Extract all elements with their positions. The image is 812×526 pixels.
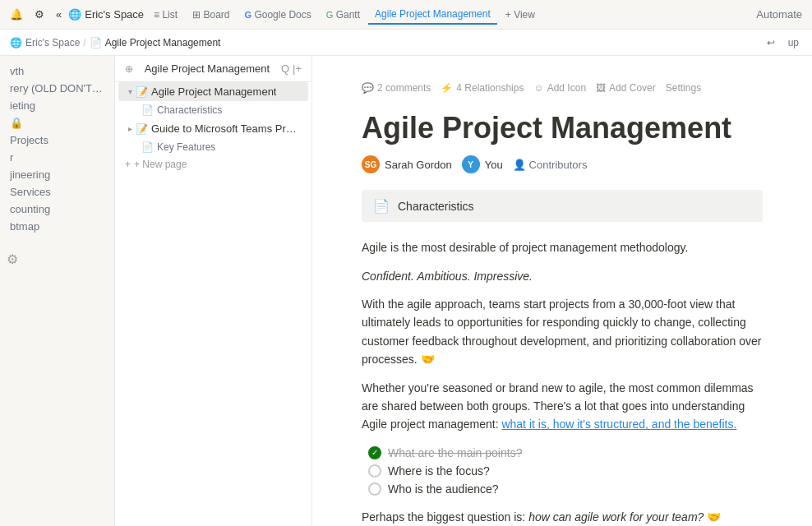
- add-cover-button[interactable]: 🖼 Add Cover: [596, 82, 656, 94]
- sidebar-item-lock[interactable]: 🔒: [3, 114, 111, 132]
- relationships-button[interactable]: ⚡ 4 Relationships: [441, 82, 524, 94]
- tab-board[interactable]: ⊞ Board: [186, 6, 236, 24]
- author-sarah-name: Sarah Gordon: [385, 159, 452, 171]
- comments-icon: 💬: [362, 82, 374, 94]
- sidebar-section-main: vth rery (OLD DON'T US... ieting 🔒 Proje…: [0, 62, 114, 267]
- doc-tree-item-guide[interactable]: ▸ 📝 Guide to Microsoft Teams Project...: [118, 119, 308, 138]
- check-label-1: What are the main points?: [388, 446, 522, 459]
- doc-sidebar-search-icon[interactable]: Q: [281, 62, 289, 75]
- doc-sidebar-title: Agile Project Management: [145, 62, 270, 75]
- space-name[interactable]: 🌐 Eric's Space: [68, 8, 144, 21]
- sidebar-item-projects[interactable]: Projects ··· +: [3, 132, 111, 149]
- callout-icon: 📄: [373, 198, 390, 214]
- check-item-2: Where is the focus?: [368, 462, 763, 480]
- lock-icon: 🔒: [10, 117, 23, 129]
- doc-toolbar: 💬 2 comments ⚡ 4 Relationships ☺ Add Ico…: [362, 82, 763, 94]
- paragraph-4: Whether you're seasoned or brand new to …: [362, 379, 763, 434]
- add-cover-icon: 🖼: [596, 82, 606, 94]
- automate-button[interactable]: Automate: [753, 7, 805, 22]
- last-para-emoji: 🤝: [704, 510, 721, 524]
- relationships-icon: ⚡: [441, 82, 453, 94]
- doc-tree-label-guide: Guide to Microsoft Teams Project...: [151, 122, 298, 135]
- author-sarah[interactable]: SG Sarah Gordon: [362, 155, 452, 173]
- check-item-1: ✓ What are the main points?: [368, 444, 763, 462]
- callout-label: Characteristics: [398, 200, 474, 213]
- doc-tree-label-agile-pm: Agile Project Management: [151, 85, 276, 98]
- doc-tree-item-key-features[interactable]: 📄 Key Features: [118, 138, 308, 156]
- new-page-button[interactable]: + + New page: [118, 156, 308, 173]
- doc-sidebar: ⊕ Agile Project Management Q |+ ▾ 📝 Agil…: [115, 56, 312, 526]
- sidebar-item-services[interactable]: Services: [3, 183, 111, 201]
- sidebar-item-vth[interactable]: vth: [3, 62, 111, 80]
- new-page-label: + New page: [134, 159, 187, 170]
- sidebar-item-rery[interactable]: rery (OLD DON'T US...: [3, 80, 111, 97]
- collapse-sidebar-icon[interactable]: «: [53, 7, 65, 22]
- chevron-down-icon: ▾: [128, 87, 132, 96]
- doc-sub-page-icon: 📄: [141, 104, 154, 116]
- last-para-italic: how can agile work for your team?: [528, 510, 704, 524]
- author-you[interactable]: Y You: [462, 155, 503, 173]
- breadcrumb: 🌐 Eric's Space / 📄 Agile Project Managem…: [0, 30, 812, 56]
- doc-sidebar-globe-icon: ⊕: [125, 63, 133, 75]
- paragraph-3: With the agile approach, teams start pro…: [362, 295, 763, 369]
- add-cover-label: Add Cover: [609, 82, 656, 94]
- sidebar-item-jineering[interactable]: jineering: [3, 166, 111, 183]
- checkbox-3[interactable]: [368, 482, 381, 496]
- doc-tree-item-characteristics[interactable]: 📄 Characteristics: [118, 101, 308, 119]
- nav-tabs: ≡ List ⊞ Board G Google Docs G Gantt Agi…: [147, 5, 750, 25]
- tab-add-view[interactable]: + View: [499, 6, 542, 24]
- update-button[interactable]: up: [785, 35, 802, 50]
- projects-more-icon[interactable]: ···: [88, 134, 97, 146]
- contributors-icon: 👤: [513, 159, 526, 171]
- doc-page2-icon: 📝: [136, 123, 148, 135]
- doc-tree-label-key-features: Key Features: [157, 141, 215, 153]
- comments-label: 2 comments: [377, 82, 431, 94]
- add-icon-icon: ☺: [533, 82, 543, 94]
- last-paragraph: Perhaps the biggest question is: how can…: [362, 508, 763, 526]
- content-area: 💬 2 comments ⚡ 4 Relationships ☺ Add Ico…: [312, 56, 812, 526]
- checkbox-2[interactable]: [368, 464, 381, 478]
- nav-right: Automate: [753, 7, 805, 22]
- doc-sidebar-header: ⊕ Agile Project Management Q |+: [115, 56, 311, 82]
- paragraph-2: Confident. Ambitious. Impressive.: [362, 267, 763, 285]
- doc-sub-page2-icon: 📄: [141, 141, 154, 153]
- projects-add-icon[interactable]: +: [98, 134, 104, 146]
- add-icon-button[interactable]: ☺ Add Icon: [533, 82, 586, 94]
- add-icon-label: Add Icon: [547, 82, 586, 94]
- settings-icon[interactable]: ⚙: [31, 7, 48, 22]
- settings-button[interactable]: Settings: [666, 82, 701, 94]
- space-icon: 🌐: [68, 8, 81, 21]
- notifications-icon[interactable]: 🔔: [7, 7, 26, 22]
- sidebar-item-btmap[interactable]: btmap: [3, 218, 111, 235]
- breadcrumb-space-link[interactable]: Eric's Space: [25, 37, 80, 48]
- tab-list[interactable]: ≡ List: [147, 6, 184, 24]
- doc-tree-item-agile-pm[interactable]: ▾ 📝 Agile Project Management: [118, 82, 308, 101]
- doc-sidebar-new-icon[interactable]: |+: [293, 62, 302, 75]
- contributors-section[interactable]: 👤 Contributors: [513, 159, 588, 171]
- callout-block: 📄 Characteristics: [362, 190, 763, 222]
- top-nav: 🔔 ⚙ « 🌐 Eric's Space ≡ List ⊞ Board G Go…: [0, 0, 812, 30]
- sidebar-item-ieting[interactable]: ieting: [3, 97, 111, 114]
- main-layout: vth rery (OLD DON'T US... ieting 🔒 Proje…: [0, 56, 812, 526]
- tab-agile[interactable]: Agile Project Management: [368, 5, 497, 25]
- sidebar-item-counting[interactable]: counting: [3, 201, 111, 218]
- breadcrumb-current: Agile Project Management: [105, 37, 221, 48]
- relationships-label: 4 Relationships: [456, 82, 524, 94]
- check-label-3: Who is the audience?: [388, 482, 499, 496]
- comments-button[interactable]: 💬 2 comments: [362, 82, 431, 94]
- sidebar-item-r[interactable]: r: [3, 149, 111, 166]
- sidebar-settings-icon[interactable]: ⚙: [7, 252, 18, 266]
- doc-tree-label-characteristics: Characteristics: [157, 104, 222, 116]
- doc-title: Agile Project Management: [362, 110, 763, 145]
- checkbox-1[interactable]: ✓: [368, 446, 381, 459]
- author-you-name: You: [485, 159, 503, 171]
- tab-gantt[interactable]: G Gantt: [320, 6, 367, 24]
- breadcrumb-doc-icon: 📄: [90, 37, 102, 48]
- last-para-prefix: Perhaps the biggest question is:: [362, 510, 528, 524]
- paragraph-4-link[interactable]: what it is, how it's structured, and the…: [501, 418, 736, 431]
- check-item-3: Who is the audience?: [368, 480, 763, 498]
- undo-icon[interactable]: ↩: [764, 35, 778, 50]
- breadcrumb-sep: /: [83, 37, 85, 48]
- tab-google-docs[interactable]: G Google Docs: [238, 6, 318, 24]
- avatar-you: Y: [462, 155, 480, 173]
